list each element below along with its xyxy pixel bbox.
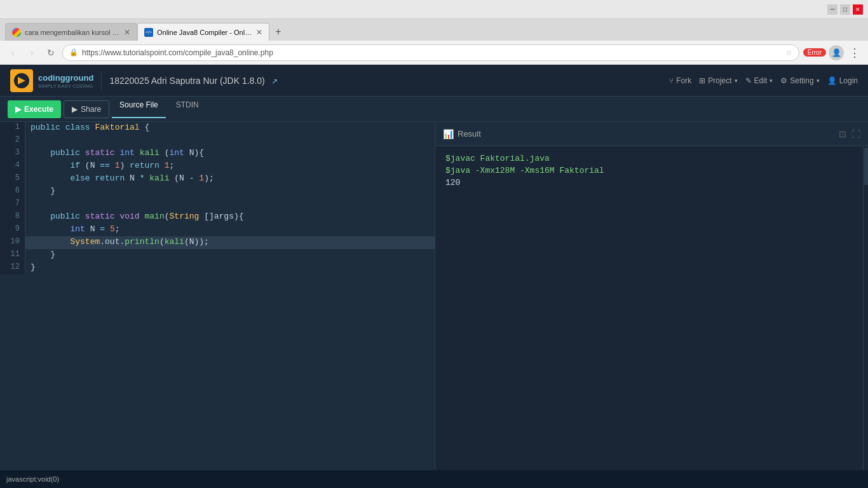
line-num-11: 11 (0, 249, 25, 262)
logo-text-container: codingground SIMPLY EASY CODING (38, 72, 93, 89)
code-editor[interactable]: 1 public class Faktorial { 2 3 public st… (0, 122, 435, 470)
restore-icon[interactable]: ⊡ (839, 129, 846, 139)
toolbar: ▶ Execute ▶ Share Source File STDIN (0, 97, 868, 122)
browser-tab-1[interactable]: cara mengembalikan kursol dari ✕ (5, 23, 137, 41)
external-link-icon[interactable]: ↗ (271, 77, 278, 86)
code-line-6: 6 } (0, 186, 435, 198)
code-line-8: 8 public static void main(String []args)… (0, 211, 435, 224)
page-header: codingground SIMPLY EASY CODING 18220025… (0, 65, 868, 97)
maximize-button[interactable]: □ (840, 4, 850, 15)
header-divider (101, 71, 102, 90)
minimize-button[interactable]: ─ (827, 4, 837, 15)
line-num-10: 10 (0, 236, 25, 249)
line-num-2: 2 (0, 135, 25, 147)
scrollbar-track (863, 146, 868, 470)
project-button[interactable]: ⊞ Project ▾ (699, 76, 737, 85)
setting-button[interactable]: ⚙ Setting ▾ (780, 76, 819, 85)
error-badge[interactable]: Error (803, 48, 826, 57)
login-label: Login (839, 76, 858, 85)
line-content-12: } (25, 262, 435, 274)
window-controls: ─ □ ✕ (827, 4, 863, 15)
login-icon: 👤 (827, 76, 837, 85)
tab-bar: cara mengembalikan kursol dari ✕ </> Onl… (0, 19, 868, 41)
menu-button[interactable]: ⋮ (846, 46, 863, 60)
bar-chart-icon: 📊 (443, 129, 454, 139)
line-content-2 (25, 135, 435, 147)
code-line-9: 9 int N = 5; (0, 224, 435, 236)
stdin-tab[interactable]: STDIN (168, 100, 207, 118)
line-content-9: int N = 5; (25, 224, 435, 236)
line-num-9: 9 (0, 224, 25, 236)
code-line-5: 5 else return N * kali (N - 1); (0, 173, 435, 186)
page-title: 18220025 Adri Saputra Nur (JDK 1.8.0) ↗ (109, 76, 277, 86)
result-body: $javac Faktorial.java $java -Xmx128M -Xm… (435, 146, 863, 470)
setting-label: Setting (790, 76, 813, 85)
gear-icon: ⚙ (780, 76, 787, 85)
share-label: Share (81, 105, 101, 114)
header-actions: ⑂ Fork ⊞ Project ▾ ✎ Edit ▾ ⚙ Setting ▾ … (669, 76, 858, 85)
star-icon[interactable]: ☆ (785, 48, 792, 57)
source-file-tab[interactable]: Source File (112, 100, 166, 118)
tab-2-close[interactable]: ✕ (256, 28, 262, 37)
project-chevron: ▾ (735, 78, 738, 84)
line-num-5: 5 (0, 173, 25, 186)
stdin-label: STDIN (176, 100, 199, 109)
status-bar: javascript:void(0) (0, 470, 868, 488)
code-line-7: 7 (0, 198, 435, 211)
code-tab-icon: </> (144, 28, 153, 37)
line-num-7: 7 (0, 198, 25, 211)
chrome-tab-icon (12, 28, 21, 37)
line-num-6: 6 (0, 186, 25, 198)
logo-subtitle: SIMPLY EASY CODING (38, 83, 93, 89)
tab-2-label: Online Java8 Compiler - Online J... (157, 29, 252, 36)
url-bar[interactable]: 🔒 https://www.tutorialspoint.com/compile… (62, 44, 799, 61)
login-button[interactable]: 👤 Login (827, 76, 858, 85)
line-num-4: 4 (0, 160, 25, 173)
execute-label: Execute (24, 105, 53, 114)
fullscreen-icon[interactable]: ⛶ (851, 129, 860, 139)
forward-button[interactable]: › (24, 45, 39, 60)
share-button[interactable]: ▶ Share (64, 100, 109, 118)
project-label: Project (708, 76, 731, 85)
code-line-4: 4 if (N == 1) return 1; (0, 160, 435, 173)
line-num-1: 1 (0, 122, 25, 135)
setting-chevron: ▾ (817, 78, 820, 84)
scrollbar-thumb[interactable] (864, 147, 868, 186)
user-icon[interactable]: 👤 (829, 45, 844, 60)
result-output-1: 120 (445, 178, 853, 187)
code-line-2: 2 (0, 135, 435, 147)
line-num-3: 3 (0, 147, 25, 160)
address-bar-actions: Error 👤 ⋮ (803, 45, 863, 60)
fork-icon: ⑂ (669, 76, 674, 85)
back-button[interactable]: ‹ (5, 45, 20, 60)
result-title-text: Result (458, 129, 481, 139)
browser-tab-2[interactable]: </> Online Java8 Compiler - Online J... … (137, 23, 269, 41)
code-line-3: 3 public static int kali (int N){ (0, 147, 435, 160)
tab-1-close[interactable]: ✕ (124, 28, 130, 37)
line-content-8: public static void main(String []args){ (25, 211, 435, 224)
result-actions: ⊡ ⛶ (839, 129, 860, 139)
status-text: javascript:void(0) (6, 475, 862, 483)
edit-label: Edit (754, 76, 768, 85)
close-button[interactable]: ✕ (853, 4, 863, 15)
code-line-12: 12 } (0, 262, 435, 274)
execute-button[interactable]: ▶ Execute (8, 100, 61, 118)
share-icon: ▶ (72, 105, 78, 114)
line-content-5: else return N * kali (N - 1); (25, 173, 435, 186)
new-tab-button[interactable]: + (269, 23, 287, 41)
line-num-12: 12 (0, 262, 25, 274)
result-cmd-1: $javac Faktorial.java (445, 154, 853, 163)
code-line-1: 1 public class Faktorial { (0, 122, 435, 135)
line-content-10: System.out.println(kali(N)); (25, 236, 435, 249)
line-content-1: public class Faktorial { (25, 122, 435, 135)
fork-button[interactable]: ⑂ Fork (669, 76, 691, 85)
edit-button[interactable]: ✎ Edit ▾ (745, 76, 773, 85)
edit-chevron: ▾ (770, 78, 773, 84)
line-content-11: } (25, 249, 435, 262)
tab-1-label: cara mengembalikan kursol dari (25, 29, 120, 36)
main-content: 1 public class Faktorial { 2 3 public st… (0, 122, 868, 470)
result-panel: 📊 Result ⊡ ⛶ $javac Faktorial.java $java… (435, 122, 868, 470)
refresh-button[interactable]: ↻ (43, 45, 58, 60)
logo-icon (10, 69, 33, 92)
address-bar: ‹ › ↻ 🔒 https://www.tutorialspoint.com/c… (0, 41, 868, 65)
